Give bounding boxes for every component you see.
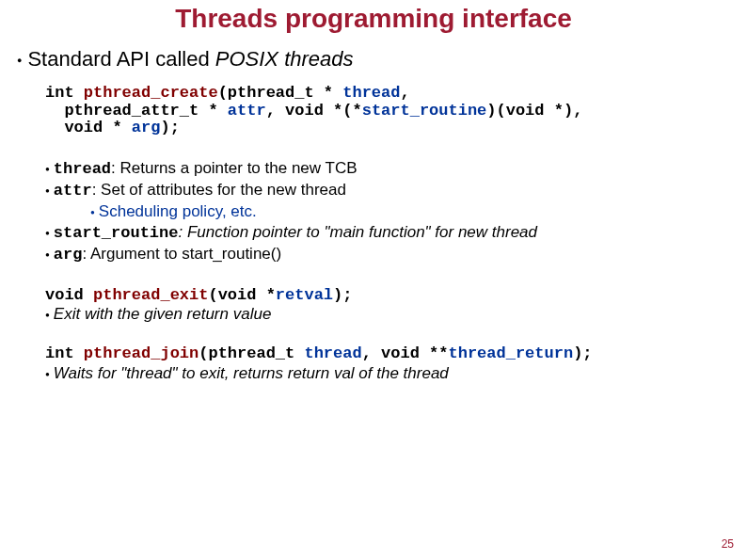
code-line-1: int pthread_create(pthread_t * thread, (45, 85, 730, 103)
code-pthread-exit: void pthread_exit(void *retval); (45, 287, 730, 305)
exit-desc: ●Exit with the given return value (45, 304, 730, 325)
join-desc: ●Waits for "thread" to exit, returns ret… (45, 363, 730, 384)
code-line-2: pthread_attr_t * attr, void *(*start_rou… (45, 103, 730, 120)
param-arg: ●arg: Argument to start_routine() (45, 244, 730, 265)
param-attr: ●attr: Set of attributes for the new thr… (45, 180, 730, 201)
bullet-icon: ● (17, 56, 22, 65)
bullet-icon: ● (45, 229, 50, 237)
code-pthread-join: int pthread_join(pthread_t thread, void … (45, 345, 730, 363)
param-list: ●thread: Returns a pointer to the new TC… (45, 158, 730, 265)
bullet-icon: ● (45, 250, 50, 259)
slide-title: Threads programming interface (0, 4, 747, 34)
bullet-icon: ● (90, 208, 95, 216)
exit-desc-block: ●Exit with the given return value (45, 304, 730, 325)
bullet-icon: ● (45, 370, 50, 378)
page-number: 25 (722, 537, 734, 551)
main-bullet-text: Standard API called (27, 47, 215, 71)
bullet-icon: ● (45, 311, 50, 319)
param-thread: ●thread: Returns a pointer to the new TC… (45, 158, 730, 180)
code-pthread-create: int pthread_create(pthread_t * thread, p… (45, 85, 730, 137)
param-attr-sub: ●Scheduling policy, etc. (90, 201, 730, 222)
slide-body: ●Standard API called POSIX threads int p… (17, 47, 730, 384)
join-desc-block: ●Waits for "thread" to exit, returns ret… (45, 363, 730, 384)
slide: Threads programming interface ●Standard … (0, 0, 747, 560)
param-start-routine: ●start_routine: Function pointer to "mai… (45, 222, 730, 244)
main-bullet: ●Standard API called POSIX threads (17, 47, 730, 72)
main-bullet-italic: POSIX threads (215, 47, 354, 71)
bullet-icon: ● (45, 165, 50, 173)
bullet-icon: ● (45, 186, 50, 195)
code-line-3: void * arg); (45, 120, 730, 137)
